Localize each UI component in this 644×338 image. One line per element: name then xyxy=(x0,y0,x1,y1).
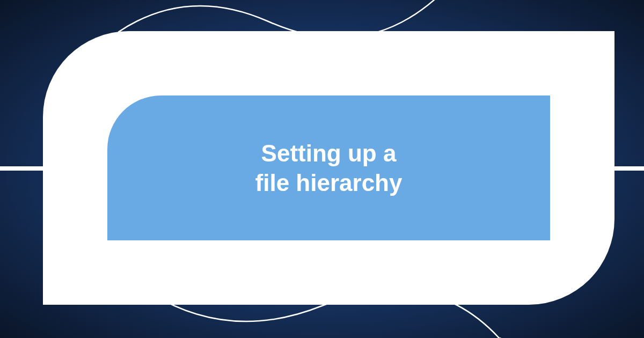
page-title: Setting up a file hierarchy xyxy=(255,138,402,197)
bg-stripe-left xyxy=(0,166,43,171)
inner-panel: Setting up a file hierarchy xyxy=(107,95,550,240)
title-line-1: Setting up a xyxy=(261,140,397,166)
title-line-2: file hierarchy xyxy=(255,170,402,196)
bg-stripe-right xyxy=(614,166,644,171)
